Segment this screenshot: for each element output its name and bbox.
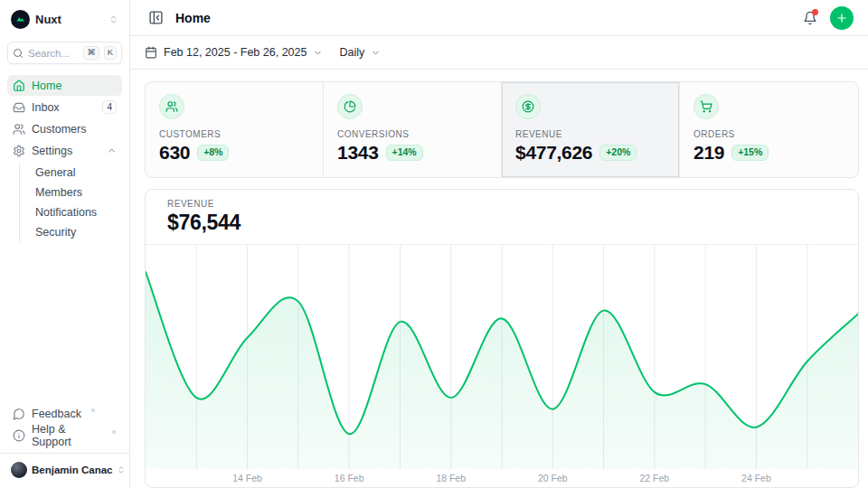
sidebar-item-customers[interactable]: Customers xyxy=(7,118,122,139)
notification-dot xyxy=(812,9,818,15)
inbox-count-badge: 4 xyxy=(102,100,117,114)
plus-icon xyxy=(835,12,848,24)
date-range-picker[interactable]: Feb 12, 2025 - Feb 26, 2025 xyxy=(145,46,323,59)
external-link-icon xyxy=(90,408,96,414)
workspace-name: Nuxt xyxy=(35,13,103,26)
pie-chart-icon xyxy=(337,94,363,119)
stat-delta-badge: +15% xyxy=(731,145,769,161)
stat-value: $477,626 xyxy=(515,142,592,164)
stat-value: 630 xyxy=(159,142,190,164)
app-window: Nuxt Search... ⌘ K Home Inbox xyxy=(0,0,868,488)
add-button[interactable] xyxy=(830,6,854,30)
sidebar-nav: Home Inbox 4 Customers Settings xyxy=(7,75,122,244)
sidebar-item-general[interactable]: General xyxy=(32,163,122,183)
sidebar-item-label: Feedback xyxy=(32,408,81,420)
sidebar-item-members[interactable]: Members xyxy=(32,183,122,202)
stat-label: CONVERSIONS xyxy=(337,129,487,139)
chart-header: REVENUE $76,544 xyxy=(146,190,858,245)
filters-toolbar: Feb 12, 2025 - Feb 26, 2025 Daily xyxy=(130,36,868,70)
page-content: CUSTOMERS 630 +8% CONVERSIONS 1343 +14% xyxy=(130,70,868,488)
search-placeholder: Search... xyxy=(28,48,79,59)
chevrons-up-down-icon xyxy=(108,14,118,24)
sidebar-item-label: Help & Support xyxy=(32,423,102,448)
sidebar-item-help-support[interactable]: Help & Support xyxy=(7,425,122,446)
sidebar-divider xyxy=(0,453,129,454)
external-link-icon xyxy=(110,429,117,436)
calendar-icon xyxy=(145,46,157,59)
kbd-cmd: ⌘ xyxy=(83,46,99,59)
stat-label: ORDERS xyxy=(693,129,844,139)
avatar xyxy=(11,462,27,478)
kbd-k: K xyxy=(104,46,117,59)
svg-text:16 Feb: 16 Feb xyxy=(335,474,364,483)
stat-value: 1343 xyxy=(337,142,379,164)
chart-current-value: $76,544 xyxy=(167,211,836,234)
period-value: Daily xyxy=(339,46,364,59)
stat-label: CUSTOMERS xyxy=(159,129,309,139)
user-menu[interactable]: Benjamin Canac xyxy=(7,459,122,481)
stat-delta-badge: +8% xyxy=(197,145,229,161)
message-circle-icon xyxy=(13,408,25,420)
period-select[interactable]: Daily xyxy=(339,46,381,59)
user-name: Benjamin Canac xyxy=(32,465,112,475)
date-range-value: Feb 12, 2025 - Feb 26, 2025 xyxy=(164,46,307,59)
workspace-switcher[interactable]: Nuxt xyxy=(7,7,122,31)
collapse-sidebar-button[interactable] xyxy=(145,7,166,29)
sidebar-footer: Feedback Help & Support Benjamin Canac xyxy=(7,403,122,481)
svg-text:14 Feb: 14 Feb xyxy=(232,474,262,483)
nuxt-logo-icon xyxy=(11,10,30,29)
info-circle-icon xyxy=(13,429,25,442)
stat-delta-badge: +14% xyxy=(386,145,423,161)
topbar-actions xyxy=(799,6,854,30)
stat-card-revenue[interactable]: REVENUE $477,626 +20% xyxy=(502,82,680,177)
sidebar-item-security[interactable]: Security xyxy=(32,222,122,242)
sidebar-item-label: Settings xyxy=(32,145,72,157)
stats-row: CUSTOMERS 630 +8% CONVERSIONS 1343 +14% xyxy=(145,81,859,178)
svg-text:22 Feb: 22 Feb xyxy=(640,474,670,483)
chart-title: REVENUE xyxy=(167,199,836,209)
revenue-chart-card: REVENUE $76,544 14 Feb16 Feb18 Feb20 Feb… xyxy=(145,189,859,488)
sidebar-item-settings[interactable]: Settings xyxy=(7,140,122,161)
sidebar-item-home[interactable]: Home xyxy=(7,75,122,96)
inbox-icon xyxy=(13,101,25,114)
users-icon xyxy=(13,123,25,136)
settings-sub-list: General Members Notifications Security xyxy=(19,163,122,242)
dollar-sign-icon xyxy=(515,94,541,119)
stat-card-customers[interactable]: CUSTOMERS 630 +8% xyxy=(146,82,324,177)
shopping-cart-icon xyxy=(693,94,719,119)
panel-left-close-icon xyxy=(148,10,164,25)
svg-text:24 Feb: 24 Feb xyxy=(741,474,771,483)
main-area: Home Feb 12, 2025 - Feb 26, 2025 xyxy=(130,0,868,488)
stat-card-orders[interactable]: ORDERS 219 +15% xyxy=(680,82,858,177)
search-icon xyxy=(13,48,24,59)
chevron-down-icon xyxy=(371,48,381,58)
sidebar: Nuxt Search... ⌘ K Home Inbox xyxy=(0,0,130,488)
stat-label: REVENUE xyxy=(515,129,665,139)
chevron-up-icon xyxy=(107,145,117,155)
sidebar-item-label: Customers xyxy=(32,123,86,136)
sidebar-item-feedback[interactable]: Feedback xyxy=(7,403,122,424)
chevrons-up-down-icon xyxy=(117,465,126,474)
users-icon xyxy=(159,94,184,119)
gear-icon xyxy=(13,145,25,157)
svg-text:18 Feb: 18 Feb xyxy=(436,474,466,483)
chevron-down-icon xyxy=(313,48,323,58)
home-icon xyxy=(13,80,25,92)
sidebar-item-label: Inbox xyxy=(32,101,60,114)
sidebar-item-notifications[interactable]: Notifications xyxy=(32,202,122,222)
topbar: Home xyxy=(130,0,868,36)
search-input[interactable]: Search... ⌘ K xyxy=(7,42,122,64)
stat-delta-badge: +20% xyxy=(599,145,637,161)
stat-card-conversions[interactable]: CONVERSIONS 1343 +14% xyxy=(324,82,502,177)
stat-value: 219 xyxy=(693,142,724,164)
notifications-button[interactable] xyxy=(799,7,821,29)
svg-text:20 Feb: 20 Feb xyxy=(538,474,568,483)
page-title: Home xyxy=(175,11,211,25)
sidebar-item-label: Home xyxy=(32,80,61,92)
sidebar-item-inbox[interactable]: Inbox 4 xyxy=(7,97,122,117)
revenue-area-chart[interactable]: 14 Feb16 Feb18 Feb20 Feb22 Feb24 Feb xyxy=(146,245,858,487)
